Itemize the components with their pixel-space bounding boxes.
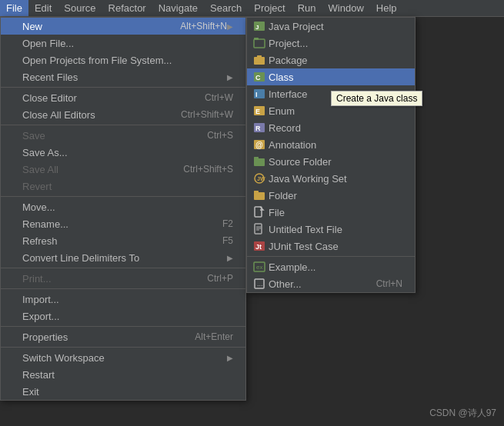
menu-item-save-label: Save	[22, 130, 184, 141]
menu-item-save-as[interactable]: Save As...	[1, 144, 245, 161]
annotation-icon: @	[253, 138, 265, 151]
submenu-item-source-folder[interactable]: Source Folder	[247, 153, 415, 170]
menu-item-save-as-label: Save As...	[22, 147, 233, 158]
submenu-item-other[interactable]: ... Other... Ctrl+N	[247, 275, 415, 292]
menubar-item-help[interactable]: Help	[370, 0, 403, 16]
menu-item-close-all[interactable]: Close All Editors Ctrl+Shift+W	[1, 106, 245, 123]
file-menu: New Alt+Shift+N ▶ Open File... Open Proj…	[0, 17, 246, 401]
new-icon	[7, 20, 19, 32]
submenu-item-file[interactable]: File	[247, 204, 415, 221]
save-all-icon	[7, 163, 19, 175]
menu-item-restart[interactable]: Restart	[1, 366, 245, 383]
menu-item-new[interactable]: New Alt+Shift+N ▶	[1, 18, 245, 35]
separator-7	[1, 347, 245, 348]
export-icon	[7, 310, 19, 322]
menu-item-switch-workspace[interactable]: Switch Workspace ▶	[1, 349, 245, 366]
svg-rect-2	[254, 39, 265, 48]
class-icon: C	[253, 71, 265, 83]
menu-item-save-all-label: Save All	[22, 164, 160, 175]
menu-item-exit-label: Exit	[22, 386, 233, 398]
submenu-item-java-project[interactable]: J Java Project	[247, 18, 415, 35]
separator-6	[1, 326, 245, 327]
menubar-item-search[interactable]: Search	[204, 0, 248, 16]
menu-item-import-label: Import...	[22, 294, 233, 305]
menubar-item-edit[interactable]: Edit	[28, 0, 58, 16]
menu-item-revert[interactable]: Revert	[1, 178, 245, 195]
menubar-item-source[interactable]: Source	[58, 0, 102, 16]
menu-item-save-all-shortcut: Ctrl+Shift+S	[183, 164, 233, 175]
submenu-item-project[interactable]: Project...	[247, 35, 415, 52]
menu-item-convert[interactable]: Convert Line Delimiters To ▶	[1, 249, 245, 266]
menu-item-print-label: Print...	[22, 273, 184, 285]
menu-item-recent-files[interactable]: Recent Files ▶	[1, 68, 245, 85]
menu-item-import[interactable]: Import...	[1, 291, 245, 308]
menu-item-rename-label: Rename...	[22, 218, 199, 230]
menu-item-refresh[interactable]: Refresh F5	[1, 232, 245, 249]
switch-workspace-arrow: ▶	[227, 354, 233, 362]
menu-item-export[interactable]: Export...	[1, 308, 245, 324]
other-icon: ...	[253, 278, 265, 290]
menu-item-export-label: Export...	[22, 311, 233, 322]
watermark: CSDN @诗人97	[429, 407, 496, 420]
menu-item-open-file[interactable]: Open File...	[1, 35, 245, 52]
svg-rect-5	[257, 55, 262, 58]
submenu-package-label: Package	[269, 55, 402, 66]
svg-text:R: R	[255, 125, 261, 132]
revert-icon	[7, 180, 19, 192]
submenu-item-folder[interactable]: Folder	[247, 187, 415, 204]
svg-text:I: I	[255, 91, 258, 98]
restart-icon	[7, 368, 19, 381]
svg-rect-17	[254, 157, 259, 160]
source-folder-icon	[253, 155, 265, 168]
close-editor-icon	[7, 92, 19, 104]
menu-item-rename[interactable]: Rename... F2	[1, 215, 245, 232]
submenu-item-package[interactable]: Package	[247, 52, 415, 68]
menu-item-properties-shortcut: Alt+Enter	[195, 331, 233, 342]
menu-item-save[interactable]: Save Ctrl+S	[1, 127, 245, 144]
submenu-java-working-set-label: Java Working Set	[269, 173, 402, 185]
menu-item-close-editor[interactable]: Close Editor Ctrl+W	[1, 89, 245, 106]
recent-files-arrow: ▶	[227, 73, 233, 82]
menu-item-open-projects[interactable]: Open Projects from File System...	[1, 52, 245, 68]
separator-3	[1, 196, 245, 197]
submenu-item-example[interactable]: ex Example...	[247, 258, 415, 275]
folder-icon	[253, 189, 265, 201]
menu-item-print[interactable]: Print... Ctrl+P	[1, 270, 245, 287]
menu-item-close-all-label: Close All Editors	[22, 109, 158, 121]
menu-item-open-projects-label: Open Projects from File System...	[22, 55, 233, 66]
properties-icon	[7, 331, 19, 343]
java-working-set-icon: JW	[253, 172, 265, 185]
submenu-item-record[interactable]: R Record	[247, 119, 415, 136]
menubar-item-project[interactable]: Project	[248, 0, 291, 16]
project-icon	[253, 37, 265, 49]
menu-item-switch-workspace-label: Switch Workspace	[22, 352, 227, 364]
submenu-item-annotation[interactable]: @ Annotation	[247, 136, 415, 153]
submenu-item-class[interactable]: C Class	[247, 68, 415, 85]
menu-item-move[interactable]: Move...	[1, 198, 245, 215]
file-icon	[253, 206, 265, 218]
refresh-icon	[7, 235, 19, 247]
submenu-project-label: Project...	[269, 38, 402, 49]
menu-item-save-shortcut: Ctrl+S	[207, 130, 233, 141]
menubar-item-file[interactable]: File	[0, 0, 28, 16]
submenu-source-folder-label: Source Folder	[269, 156, 402, 168]
menu-item-properties[interactable]: Properties Alt+Enter	[1, 328, 245, 345]
menu-item-save-all[interactable]: Save All Ctrl+Shift+S	[1, 161, 245, 178]
submenu-class-label: Class	[269, 72, 402, 83]
example-icon: ex	[253, 261, 265, 273]
submenu-item-java-working-set[interactable]: JW Java Working Set	[247, 170, 415, 187]
menu-item-exit[interactable]: Exit	[1, 383, 245, 400]
menubar-item-window[interactable]: Window	[322, 0, 370, 16]
untitled-text-icon	[253, 223, 265, 235]
submenu-item-untitled-text[interactable]: Untitled Text File	[247, 221, 415, 238]
menubar-item-refactor[interactable]: Refactor	[102, 0, 152, 16]
menubar: File Edit Source Refactor Navigate Searc…	[0, 0, 504, 17]
menu-item-rename-shortcut: F2	[222, 218, 233, 229]
submenu-enum-label: Enum	[269, 105, 402, 117]
menubar-item-run[interactable]: Run	[292, 0, 322, 16]
submenu-annotation-label: Annotation	[269, 139, 402, 151]
submenu-item-junit[interactable]: Jt JUnit Test Case	[247, 238, 415, 255]
svg-text:ex: ex	[256, 264, 262, 271]
submenu-untitled-text-label: Untitled Text File	[269, 224, 402, 235]
menubar-item-navigate[interactable]: Navigate	[152, 0, 204, 16]
